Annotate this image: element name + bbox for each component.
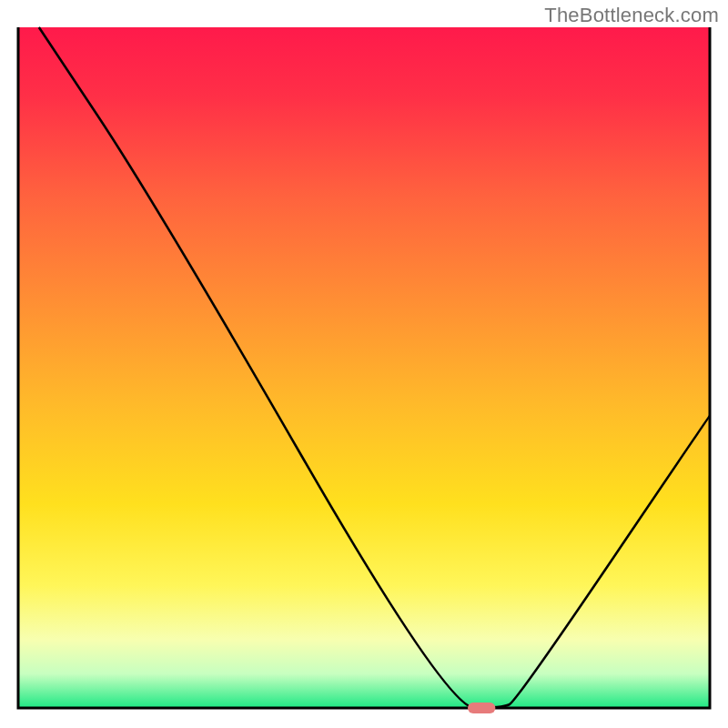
- optimal-marker: [468, 703, 495, 713]
- watermark-text: TheBottleneck.com: [544, 4, 719, 27]
- bottleneck-chart: [0, 0, 728, 728]
- chart-container: TheBottleneck.com: [0, 0, 728, 728]
- plot-background: [18, 27, 710, 708]
